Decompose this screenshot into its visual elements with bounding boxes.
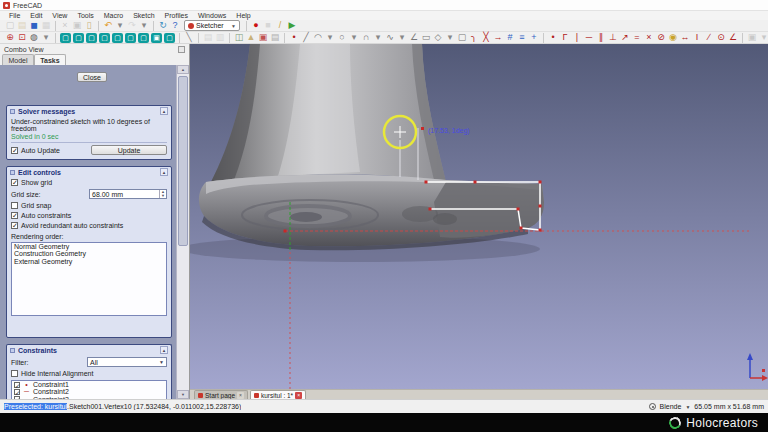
- panel-float-icon[interactable]: [178, 46, 185, 53]
- auto-update-checkbox[interactable]: [11, 147, 18, 154]
- external-geometry-icon[interactable]: #: [504, 32, 516, 43]
- constraint-angle-icon[interactable]: ∠: [727, 32, 739, 43]
- chevron-down-icon[interactable]: ▼: [685, 404, 690, 410]
- arc-menu-arrow-icon[interactable]: ▾: [324, 32, 336, 43]
- constraint-block-icon[interactable]: ⊘: [655, 32, 667, 43]
- constraint-point-on-object-icon[interactable]: Γ: [559, 32, 571, 43]
- document-tab[interactable]: Start page ×: [194, 390, 248, 399]
- collapse-arrow-icon[interactable]: ▴: [160, 107, 168, 115]
- rendering-order-item[interactable]: Construction Geometry: [12, 250, 166, 257]
- collapse-arrow-icon[interactable]: ▴: [160, 346, 168, 354]
- collapse-arrow-icon[interactable]: ▴: [160, 168, 168, 176]
- macro-play-icon[interactable]: ▶: [286, 20, 298, 31]
- cut-icon[interactable]: ×: [59, 20, 71, 31]
- conic-menu-arrow-icon[interactable]: ▾: [372, 32, 384, 43]
- tab-close-icon[interactable]: ×: [237, 392, 244, 399]
- view-right-icon[interactable]: ▢: [99, 33, 110, 43]
- sketch-circle-icon[interactable]: ○: [336, 32, 348, 43]
- macro-record-icon[interactable]: ●: [250, 20, 262, 31]
- zoom-in-icon[interactable]: ⊕: [4, 32, 16, 43]
- whats-this-icon[interactable]: ?: [169, 20, 181, 31]
- constraint-perpendicular-icon[interactable]: ⊥: [607, 32, 619, 43]
- spinner-arrows-icon[interactable]: ▲▼: [159, 190, 166, 198]
- constraint-symmetric-icon[interactable]: ×: [643, 32, 655, 43]
- measure-icon[interactable]: ╲: [183, 32, 195, 43]
- constraint-checkbox[interactable]: [14, 389, 20, 395]
- view-bottom-icon[interactable]: ▢: [125, 33, 136, 43]
- rendering-order-item[interactable]: Normal Geometry: [12, 243, 166, 250]
- show-grid-checkbox[interactable]: [11, 179, 18, 186]
- sketch-point-icon[interactable]: •: [288, 32, 300, 43]
- sketch-trim-icon[interactable]: ╳: [480, 32, 492, 43]
- macro-stop-icon[interactable]: ■: [262, 20, 274, 31]
- new-file-icon[interactable]: ▢: [4, 20, 16, 31]
- scroll-up-icon[interactable]: ▲: [177, 65, 189, 74]
- sketch-arc-icon[interactable]: ◠: [312, 32, 324, 43]
- view-load-icon[interactable]: ▲: [245, 32, 257, 43]
- view-left-icon[interactable]: ▢: [138, 33, 149, 43]
- sketch-rectangle-icon[interactable]: ▭: [420, 32, 432, 43]
- refresh-icon[interactable]: ↻: [157, 20, 169, 31]
- tab-close-icon[interactable]: ×: [295, 392, 302, 399]
- navigation-style-value[interactable]: Blende: [660, 403, 682, 410]
- constraint-tangent-icon[interactable]: ↗: [619, 32, 631, 43]
- 3d-viewport[interactable]: (17.53, 1deg): [190, 44, 768, 389]
- grid-snap-checkbox[interactable]: [11, 202, 18, 209]
- grid-size-input[interactable]: 68.00 mm ▲▼: [89, 189, 167, 199]
- document-tab[interactable]: kursitul : 1* ×: [250, 390, 306, 399]
- menu-item[interactable]: Tools: [72, 12, 98, 19]
- scroll-down-icon[interactable]: ▼: [177, 390, 189, 399]
- menu-item[interactable]: Profiles: [160, 12, 193, 19]
- menu-item[interactable]: View: [47, 12, 72, 19]
- tab-model[interactable]: Model: [2, 54, 34, 65]
- sketch-line-icon[interactable]: ╱: [300, 32, 312, 43]
- undo-icon[interactable]: ↶: [102, 20, 114, 31]
- constraint-lock-icon[interactable]: ◉: [667, 32, 679, 43]
- sketch-bspline-icon[interactable]: ∿: [384, 32, 396, 43]
- constraint-coincident-icon[interactable]: •: [547, 32, 559, 43]
- view-isometric-icon[interactable]: ▢: [60, 33, 71, 43]
- sketch-fillet-icon[interactable]: ╮: [468, 32, 480, 43]
- hide-internal-checkbox[interactable]: [11, 370, 18, 377]
- view-axonometric-icon[interactable]: ▢: [164, 33, 175, 43]
- scrollbar-thumb[interactable]: [178, 76, 188, 246]
- workbench-selector[interactable]: Sketcher ▼: [184, 20, 240, 31]
- circle-menu-arrow-icon[interactable]: ▾: [348, 32, 360, 43]
- doc-copy-icon[interactable]: ▤: [269, 32, 281, 43]
- auto-constraints-checkbox[interactable]: [11, 212, 18, 219]
- paste-icon[interactable]: ▯: [83, 20, 95, 31]
- doc-mark-icon[interactable]: ▣: [257, 32, 269, 43]
- rendering-order-item[interactable]: External Geometry: [12, 258, 166, 265]
- filter-dropdown[interactable]: All ▼: [87, 357, 167, 367]
- sketch-polyline-icon[interactable]: ∠: [408, 32, 420, 43]
- macro-edit-icon[interactable]: /: [274, 20, 286, 31]
- constraint-row[interactable]: • Constraint1: [12, 381, 166, 388]
- tab-tasks[interactable]: Tasks: [34, 54, 66, 65]
- constraint-vertical-icon[interactable]: |: [571, 32, 583, 43]
- constraint-hdistance-icon[interactable]: ↔: [679, 32, 691, 43]
- sketch-extend-icon[interactable]: →: [492, 32, 504, 43]
- carbon-copy-icon[interactable]: ≡: [516, 32, 528, 43]
- constraint-row[interactable]: ─ Constraint2: [12, 388, 166, 395]
- view-home-icon[interactable]: ▣: [151, 33, 162, 43]
- close-button[interactable]: Close: [77, 72, 107, 82]
- view-front-icon[interactable]: ▢: [73, 33, 84, 43]
- link-make-icon[interactable]: ▤: [202, 32, 214, 43]
- avoid-redundant-checkbox[interactable]: [11, 222, 18, 229]
- rendering-order-list[interactable]: Normal GeometryConstruction GeometryExte…: [11, 242, 167, 316]
- constraints-list[interactable]: • Constraint1 ─ Constraint2 •: [11, 380, 167, 399]
- redo-arrow-icon[interactable]: ▾: [138, 20, 150, 31]
- update-button[interactable]: Update: [91, 145, 167, 155]
- view-top-icon[interactable]: ▢: [86, 33, 97, 43]
- draw-style-arrow-icon[interactable]: ▾: [40, 32, 52, 43]
- constraint-radius-icon[interactable]: ⊙: [715, 32, 727, 43]
- zoom-box-icon[interactable]: ⊡: [16, 32, 28, 43]
- constraint-parallel-icon[interactable]: ∥: [595, 32, 607, 43]
- menu-item[interactable]: Windows: [193, 12, 231, 19]
- constraint-distance-icon[interactable]: ∕: [703, 32, 715, 43]
- redo-icon[interactable]: ↷: [126, 20, 138, 31]
- construction-mode-icon[interactable]: +: [528, 32, 540, 43]
- toggle-arrow-icon[interactable]: ▾: [758, 32, 768, 43]
- view-rear-icon[interactable]: ▢: [112, 33, 123, 43]
- sketch-polygon-icon[interactable]: ◇: [432, 32, 444, 43]
